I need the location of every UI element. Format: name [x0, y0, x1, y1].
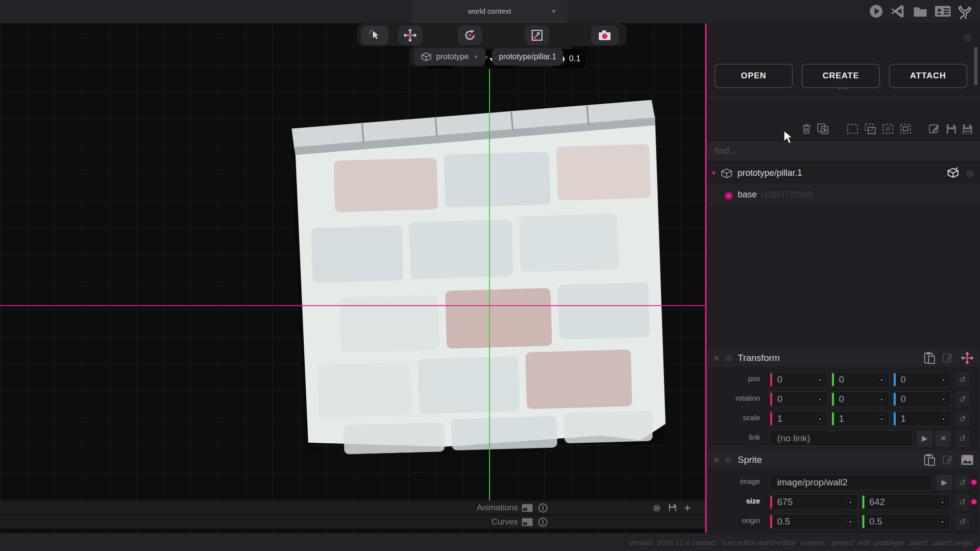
rotation-y-field[interactable]: 0: [832, 391, 889, 407]
breadcrumb-item-chip[interactable]: prototype/pillar.1: [492, 48, 563, 66]
play-icon[interactable]: [868, 3, 884, 19]
origin-y-field[interactable]: 0.5: [862, 514, 950, 529]
folder-icon[interactable]: [912, 4, 928, 19]
drag-knob[interactable]: [940, 376, 947, 383]
scale-reset-button[interactable]: ↺: [955, 411, 970, 427]
transform-gizmo-icon[interactable]: [961, 352, 974, 364]
edit-icon[interactable]: [929, 123, 941, 135]
image-reset-button[interactable]: ↺: [955, 475, 970, 490]
size-y-field[interactable]: 642: [862, 494, 950, 510]
copy-component-icon[interactable]: [924, 454, 935, 466]
drag-knob[interactable]: [939, 499, 946, 506]
select-subtract-icon[interactable]: [882, 122, 894, 135]
drag-knob[interactable]: [878, 376, 885, 383]
link-pick-button[interactable]: ▶: [917, 431, 932, 446]
info-icon[interactable]: [538, 517, 548, 527]
size-label: size: [706, 497, 760, 505]
panel-close-icon[interactable]: ⊗: [963, 31, 972, 44]
sprite-section: ✕ ⊖ Sprite image image/prop/wall2 ▶ ↺ si…: [708, 451, 979, 533]
status-text: version: 2024.12.4 context: `luxe.editor…: [629, 538, 975, 547]
info-icon[interactable]: [538, 503, 548, 513]
breadcrumb-context-label: prototype: [436, 52, 469, 61]
remove-component-icon[interactable]: ✕: [713, 455, 720, 465]
drag-knob[interactable]: [878, 396, 885, 403]
drag-knob[interactable]: [940, 415, 947, 423]
breadcrumb-context-chip[interactable]: prototype ▼: [414, 48, 486, 66]
link-reset-button[interactable]: ↺: [955, 431, 970, 446]
rotation-reset-button[interactable]: ↺: [955, 391, 970, 407]
image-field[interactable]: image/prop/wall2: [770, 475, 932, 490]
chevron-down-icon: ▼: [473, 54, 479, 60]
select-add-icon[interactable]: [864, 122, 877, 135]
remove-component-icon[interactable]: ✕: [713, 353, 720, 363]
unpack-prototype-icon[interactable]: [947, 168, 960, 179]
vscode-icon[interactable]: [890, 3, 906, 19]
drag-knob[interactable]: [816, 376, 824, 383]
size-x-field[interactable]: 675: [770, 494, 858, 510]
save-animations-icon[interactable]: [668, 503, 677, 512]
image-pick-button[interactable]: ▶: [936, 475, 952, 490]
link-field[interactable]: (no link): [770, 431, 913, 446]
tree-row-base[interactable]: ◉ base (42951770282): [707, 184, 980, 206]
rotate-tool-button[interactable]: [458, 25, 482, 45]
move-tool-button[interactable]: [398, 25, 422, 45]
drag-knob[interactable]: [878, 415, 885, 423]
scale-y-field[interactable]: 1: [832, 411, 889, 427]
link-label: link: [706, 433, 760, 441]
world-canvas[interactable]: ··· 1 10° 0.1: [0, 24, 706, 533]
drag-knob[interactable]: [939, 518, 946, 526]
edit-component-icon[interactable]: [942, 454, 954, 466]
drag-knob[interactable]: [816, 415, 824, 423]
tree-base-label: base: [737, 190, 757, 200]
drag-knob[interactable]: [847, 518, 854, 526]
pos-z-field[interactable]: 0: [893, 372, 951, 387]
duplicate-icon[interactable]: [817, 123, 830, 135]
save-icon[interactable]: [946, 123, 957, 135]
tree-more-button[interactable]: ...: [707, 81, 980, 92]
tree-base-id: (42951770282): [761, 191, 814, 199]
scale-tool-button[interactable]: [525, 25, 549, 45]
panel-section-divider: [707, 97, 980, 98]
link-clear-button[interactable]: ✕: [935, 431, 951, 446]
scale-x-field[interactable]: 1: [770, 411, 828, 427]
select-rect-icon[interactable]: [846, 122, 859, 135]
image-label: image: [706, 477, 760, 485]
collapse-icon[interactable]: ⊖: [725, 353, 732, 363]
tree-root-label: prototype/pillar.1: [737, 168, 802, 178]
clear-animations-icon[interactable]: ⊗: [653, 502, 661, 514]
scale-z-field[interactable]: 1: [893, 411, 951, 427]
world-context-dropdown[interactable]: world context ▼: [412, 0, 567, 23]
origin-x-field[interactable]: 0.5: [770, 514, 858, 529]
copy-component-icon[interactable]: [924, 352, 935, 364]
rotation-x-field[interactable]: 0: [770, 391, 828, 407]
drag-knob[interactable]: [847, 499, 854, 506]
panel-icon[interactable]: [521, 503, 533, 512]
add-animation-icon[interactable]: +: [684, 503, 691, 513]
drag-knob[interactable]: [816, 396, 824, 403]
select-group-icon[interactable]: [899, 122, 912, 135]
origin-reset-button[interactable]: ↺: [955, 514, 970, 529]
wall-sprite[interactable]: [288, 97, 670, 467]
delete-icon[interactable]: [801, 123, 812, 135]
select-tool-button[interactable]: [361, 25, 389, 45]
pos-y-field[interactable]: 0: [832, 372, 889, 387]
save-all-icon[interactable]: [962, 123, 973, 135]
pos-reset-button[interactable]: ↺: [955, 372, 970, 387]
contact-card-icon[interactable]: [934, 4, 952, 19]
tree-row-root[interactable]: ▼ prototype/pillar.1 ⊗: [707, 163, 980, 184]
drag-knob[interactable]: [940, 396, 947, 403]
pos-x-field[interactable]: 0: [770, 372, 828, 387]
camera-tool-button[interactable]: [591, 25, 618, 45]
collapse-icon[interactable]: ⊖: [725, 455, 732, 465]
rotation-z-field[interactable]: 0: [893, 391, 951, 407]
find-input[interactable]: [707, 140, 980, 162]
remove-icon[interactable]: ⊗: [966, 168, 974, 179]
size-reset-button[interactable]: ↺: [955, 494, 970, 510]
panel-scrollbar[interactable]: [974, 47, 978, 85]
modified-indicator: [971, 479, 977, 485]
sprite-image-icon[interactable]: [961, 455, 974, 465]
luxe-logo-icon[interactable]: [957, 3, 973, 19]
edit-component-icon[interactable]: [942, 352, 954, 364]
panel-icon[interactable]: [521, 518, 533, 527]
expand-caret-icon[interactable]: ▼: [710, 169, 717, 177]
